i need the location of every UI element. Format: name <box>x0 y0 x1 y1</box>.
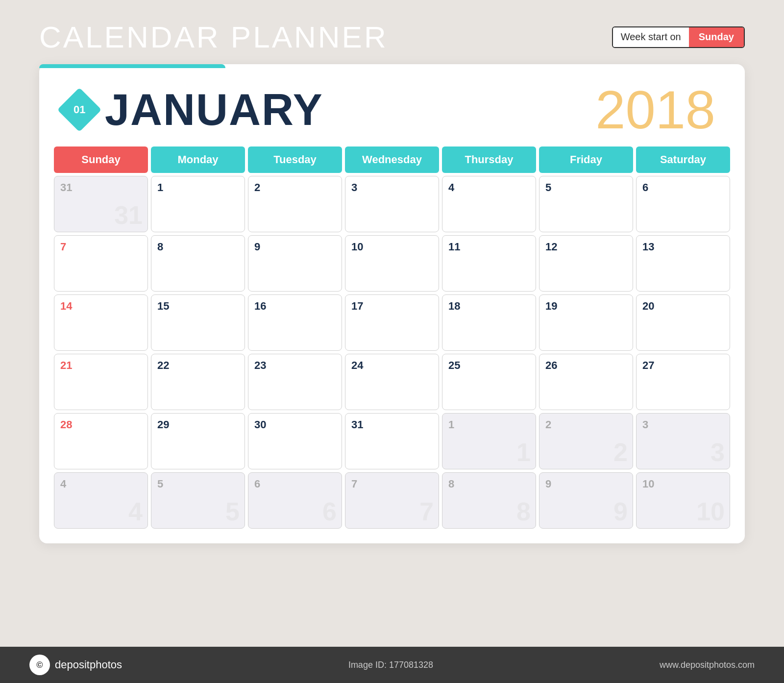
table-row[interactable]: 13 <box>636 235 730 292</box>
table-row[interactable]: 44 <box>54 472 148 529</box>
table-row[interactable]: 20 <box>636 294 730 351</box>
week-start-badge: Week start on Sunday <box>612 26 745 48</box>
table-row[interactable]: 11 <box>442 413 536 469</box>
table-row[interactable]: 21 <box>54 354 148 410</box>
table-row[interactable]: 88 <box>442 472 536 529</box>
table-row[interactable]: 22 <box>151 354 245 410</box>
day-headers: Sunday Monday Tuesday Wednesday Thursday… <box>39 146 745 173</box>
month-section: 01 JANUARY <box>64 88 323 132</box>
table-row[interactable]: 2 <box>248 176 342 232</box>
date-number: 31 <box>351 418 363 431</box>
cell-watermark: 7 <box>419 499 434 524</box>
table-row[interactable]: 27 <box>636 354 730 410</box>
table-row[interactable]: 3131 <box>54 176 148 232</box>
date-number: 28 <box>60 418 72 431</box>
date-number: 7 <box>60 241 66 253</box>
date-number: 20 <box>642 300 654 312</box>
top-header: CALENDAR PLANNER Week start on Sunday <box>0 0 784 64</box>
table-row[interactable]: 7 <box>54 235 148 292</box>
date-number: 16 <box>254 300 266 312</box>
table-row[interactable]: 66 <box>248 472 342 529</box>
table-row[interactable]: 14 <box>54 294 148 351</box>
day-header-saturday: Saturday <box>636 146 730 173</box>
table-row[interactable]: 3 <box>345 176 439 232</box>
date-number: 3 <box>642 418 648 431</box>
table-row[interactable]: 12 <box>539 235 633 292</box>
date-number: 21 <box>60 359 72 371</box>
date-number: 18 <box>448 300 460 312</box>
date-number: 6 <box>642 181 648 194</box>
deposit-logo: © depositphotos <box>29 655 122 675</box>
page-background: CALENDAR PLANNER Week start on Sunday 01… <box>0 0 784 683</box>
date-number: 1 <box>448 418 454 431</box>
cell-watermark: 10 <box>696 499 725 524</box>
table-row[interactable]: 16 <box>248 294 342 351</box>
date-number: 8 <box>157 241 163 253</box>
table-row[interactable]: 31 <box>345 413 439 469</box>
date-number: 13 <box>642 241 654 253</box>
cell-watermark: 2 <box>613 439 628 465</box>
cell-watermark: 6 <box>322 499 337 524</box>
date-number: 2 <box>545 418 551 431</box>
calendar-grid: 3131123456789101112131415161718192021222… <box>39 176 745 529</box>
date-number: 17 <box>351 300 363 312</box>
table-row[interactable]: 17 <box>345 294 439 351</box>
table-row[interactable]: 33 <box>636 413 730 469</box>
date-number: 3 <box>351 181 357 194</box>
cell-watermark: 31 <box>114 202 143 228</box>
table-row[interactable]: 29 <box>151 413 245 469</box>
date-number: 9 <box>254 241 260 253</box>
cell-watermark: 3 <box>710 439 725 465</box>
table-row[interactable]: 4 <box>442 176 536 232</box>
date-number: 27 <box>642 359 654 371</box>
table-row[interactable]: 6 <box>636 176 730 232</box>
table-row[interactable]: 10 <box>345 235 439 292</box>
table-row[interactable]: 23 <box>248 354 342 410</box>
table-row[interactable]: 25 <box>442 354 536 410</box>
date-number: 1 <box>157 181 163 194</box>
teal-bar <box>39 64 225 68</box>
month-diamond: 01 <box>57 88 102 132</box>
date-number: 4 <box>448 181 454 194</box>
date-number: 5 <box>545 181 551 194</box>
table-row[interactable]: 22 <box>539 413 633 469</box>
table-row[interactable]: 55 <box>151 472 245 529</box>
table-row[interactable]: 1010 <box>636 472 730 529</box>
cell-watermark: 4 <box>128 499 143 524</box>
date-number: 9 <box>545 478 551 490</box>
table-row[interactable]: 11 <box>442 235 536 292</box>
table-row[interactable]: 77 <box>345 472 439 529</box>
date-number: 5 <box>157 478 163 490</box>
table-row[interactable]: 5 <box>539 176 633 232</box>
date-number: 15 <box>157 300 169 312</box>
year-number: 2018 <box>595 83 715 137</box>
week-start-label: Week start on <box>613 27 689 47</box>
app-title: CALENDAR PLANNER <box>39 20 388 54</box>
date-number: 26 <box>545 359 557 371</box>
footer-bar: © depositphotos Image ID: 177081328 www.… <box>0 647 784 683</box>
day-header-sunday: Sunday <box>54 146 148 173</box>
day-header-friday: Friday <box>539 146 633 173</box>
date-number: 4 <box>60 478 66 490</box>
cell-watermark: 8 <box>516 499 531 524</box>
date-number: 2 <box>254 181 260 194</box>
table-row[interactable]: 28 <box>54 413 148 469</box>
table-row[interactable]: 24 <box>345 354 439 410</box>
table-row[interactable]: 18 <box>442 294 536 351</box>
calendar-header: 01 JANUARY 2018 <box>39 68 745 146</box>
date-number: 31 <box>60 181 72 194</box>
table-row[interactable]: 9 <box>248 235 342 292</box>
date-number: 6 <box>254 478 260 490</box>
day-header-monday: Monday <box>151 146 245 173</box>
table-row[interactable]: 99 <box>539 472 633 529</box>
table-row[interactable]: 1 <box>151 176 245 232</box>
date-number: 30 <box>254 418 266 431</box>
day-header-thursday: Thursday <box>442 146 536 173</box>
website: www.depositphotos.com <box>660 660 755 670</box>
table-row[interactable]: 30 <box>248 413 342 469</box>
table-row[interactable]: 8 <box>151 235 245 292</box>
table-row[interactable]: 19 <box>539 294 633 351</box>
table-row[interactable]: 26 <box>539 354 633 410</box>
table-row[interactable]: 15 <box>151 294 245 351</box>
month-number: 01 <box>74 103 85 116</box>
